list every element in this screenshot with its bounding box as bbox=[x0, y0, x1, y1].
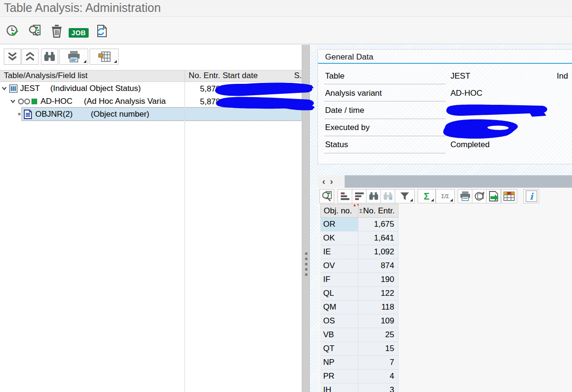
general-data-accent-line bbox=[318, 63, 572, 64]
tree-node-desc: (Object number) bbox=[91, 110, 149, 119]
tree-node-name: AD-HOC bbox=[41, 97, 72, 106]
delete-icon[interactable] bbox=[49, 23, 65, 39]
table-row[interactable]: QT 15 bbox=[320, 342, 398, 356]
splitter-handle-icon bbox=[305, 258, 307, 260]
table-row[interactable]: NP 7 bbox=[320, 356, 398, 370]
table-row[interactable]: OS 109 bbox=[320, 314, 398, 328]
detail-icon[interactable] bbox=[319, 189, 334, 203]
field-label-table: Table bbox=[325, 71, 345, 81]
obj-no-cell[interactable]: QT bbox=[320, 342, 358, 356]
table-row[interactable]: OV 874 bbox=[320, 259, 398, 273]
no-entr-cell[interactable]: 874 bbox=[358, 259, 398, 273]
table-row[interactable]: OR 1,675 bbox=[320, 218, 398, 231]
table-row[interactable]: IF 190 bbox=[320, 273, 398, 287]
find-next-icon[interactable] bbox=[380, 189, 395, 203]
obj-no-cell[interactable]: NP bbox=[320, 356, 358, 370]
filter-button[interactable] bbox=[395, 189, 415, 203]
obj-no-cell[interactable]: IH bbox=[320, 383, 358, 392]
tab-strip bbox=[345, 175, 572, 188]
expand-all-icon[interactable] bbox=[4, 49, 21, 65]
dropdown-arrow-icon bbox=[410, 199, 413, 201]
print-icon[interactable] bbox=[458, 189, 472, 203]
panel-splitter[interactable] bbox=[302, 45, 310, 392]
result-col-no-entr[interactable]: Σ No. Entr. bbox=[358, 204, 398, 218]
obj-no-cell[interactable]: QL bbox=[320, 287, 358, 301]
job-badge[interactable]: JOB bbox=[71, 25, 87, 41]
choose-layout-icon[interactable] bbox=[501, 189, 517, 203]
table-row[interactable]: IH 3 bbox=[320, 383, 398, 392]
tree-row-objnr-selected[interactable]: OBJNR(2) (Object number) bbox=[22, 108, 306, 121]
find-icon[interactable] bbox=[41, 49, 58, 65]
table-row[interactable]: QL 122 bbox=[320, 287, 398, 301]
sort-ascending-icon[interactable] bbox=[337, 189, 352, 203]
field-label-analysis-variant: Analysis variant bbox=[325, 89, 382, 98]
expander-icon[interactable] bbox=[10, 99, 16, 104]
field-underline bbox=[324, 84, 446, 84]
find-icon[interactable] bbox=[366, 189, 381, 203]
field-label-executed-by: Executed by bbox=[325, 123, 370, 132]
print-preview-icon[interactable] bbox=[472, 189, 487, 203]
export-icon[interactable] bbox=[486, 189, 501, 203]
tree-node-desc: (Ad Hoc Analysis Varia bbox=[84, 97, 166, 106]
obj-no-cell[interactable]: OV bbox=[320, 259, 358, 273]
dropdown-arrow-icon bbox=[431, 199, 434, 201]
tree-col-main[interactable]: Table/Analysis/Field list bbox=[4, 71, 88, 80]
sum-icon: Σ bbox=[424, 191, 429, 202]
no-entr-cell[interactable]: 3 bbox=[358, 383, 398, 392]
no-entr-cell[interactable]: 15 bbox=[358, 342, 398, 356]
collapse-all-icon[interactable] bbox=[21, 49, 39, 65]
no-entr-cell[interactable]: 109 bbox=[358, 314, 398, 328]
field-value-status: Completed bbox=[450, 140, 490, 150]
sum-button[interactable]: Σ bbox=[418, 189, 436, 203]
expander-icon[interactable] bbox=[1, 86, 7, 91]
table-row[interactable]: IE 1,092 bbox=[320, 245, 398, 259]
tab-scroll-buttons[interactable]: ‹ › bbox=[317, 175, 345, 188]
choose-layout-button[interactable] bbox=[90, 49, 119, 65]
no-entr-cell[interactable]: 190 bbox=[358, 273, 398, 287]
sap-window: Table Analysis: Administration JOB bbox=[0, 0, 572, 392]
obj-no-cell[interactable]: PR bbox=[320, 370, 358, 383]
field-value-analysis-variant: AD-HOC bbox=[450, 89, 482, 98]
no-entr-cell[interactable]: 4 bbox=[358, 370, 398, 383]
table-row[interactable]: QM 118 bbox=[320, 301, 398, 314]
table-row[interactable]: OK 1,641 bbox=[320, 231, 398, 245]
info-icon[interactable]: i bbox=[523, 189, 539, 203]
no-entr-cell[interactable]: 122 bbox=[358, 287, 398, 301]
tree-row-jest[interactable]: JEST (Individual Object Status) bbox=[0, 82, 302, 95]
no-entr-cell[interactable]: 25 bbox=[358, 328, 398, 342]
refresh-document-icon[interactable] bbox=[93, 23, 110, 39]
tab-scroll-right-icon[interactable]: › bbox=[330, 176, 333, 187]
sum-column-indicator-icon: Σ bbox=[359, 208, 363, 214]
tree-col-start-date[interactable]: Start date bbox=[223, 71, 258, 80]
display-analysis-icon[interactable] bbox=[27, 23, 43, 39]
obj-no-cell[interactable]: VB bbox=[320, 328, 358, 342]
no-entr-cell[interactable]: 118 bbox=[358, 301, 398, 314]
field-underline bbox=[324, 153, 446, 153]
table-row[interactable]: PR 4 bbox=[320, 370, 398, 383]
obj-no-cell[interactable]: IF bbox=[320, 273, 358, 287]
no-entr-cell[interactable]: 7 bbox=[358, 356, 398, 370]
no-entr-cell[interactable]: 1,092 bbox=[358, 245, 398, 259]
subtotal-button[interactable]: Σ/Σ bbox=[436, 189, 455, 203]
tree-row-adhoc[interactable]: AD-HOC (Ad Hoc Analysis Varia bbox=[0, 95, 302, 108]
obj-no-cell[interactable]: OK bbox=[320, 231, 358, 245]
subtotal-icon: Σ/Σ bbox=[441, 194, 449, 199]
dropdown-arrow-icon bbox=[450, 199, 453, 201]
field-value-table: JEST bbox=[450, 71, 470, 81]
obj-no-cell[interactable]: IE bbox=[320, 245, 358, 259]
no-entr-cell[interactable]: 1,641 bbox=[358, 231, 398, 245]
tree-col-entries[interactable]: No. Entr. bbox=[184, 71, 220, 80]
tab-scroll-left-icon[interactable]: ‹ bbox=[322, 176, 325, 187]
schedule-check-icon[interactable] bbox=[5, 23, 21, 39]
sort-descending-icon[interactable] bbox=[352, 189, 367, 203]
column-separator bbox=[184, 70, 185, 392]
obj-no-cell[interactable]: OS bbox=[320, 314, 358, 328]
obj-no-cell[interactable]: QM bbox=[320, 301, 358, 314]
tree-entries-value: 5,878 bbox=[181, 84, 220, 94]
table-row[interactable]: VB 25 bbox=[320, 328, 398, 342]
obj-no-cell[interactable]: OR bbox=[320, 218, 358, 231]
print-icon bbox=[67, 50, 81, 63]
print-button[interactable] bbox=[59, 49, 88, 65]
field-underline bbox=[324, 136, 446, 136]
no-entr-cell[interactable]: 1,675 bbox=[358, 218, 398, 231]
